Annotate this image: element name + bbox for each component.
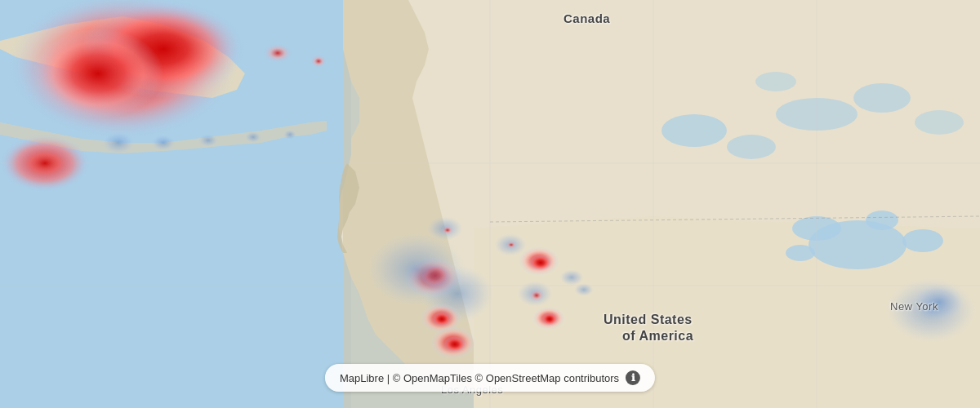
svg-point-27 bbox=[245, 131, 261, 143]
svg-point-28 bbox=[283, 130, 296, 140]
svg-point-48 bbox=[541, 313, 558, 326]
attribution-text: MapLibre | © OpenMapTiles © OpenStreetMa… bbox=[340, 372, 619, 384]
svg-point-44 bbox=[529, 255, 552, 271]
svg-point-42 bbox=[506, 241, 517, 249]
svg-point-11 bbox=[755, 72, 796, 91]
svg-point-32 bbox=[441, 225, 454, 235]
svg-point-30 bbox=[310, 55, 327, 68]
svg-point-29 bbox=[263, 43, 292, 63]
svg-point-26 bbox=[198, 134, 218, 147]
svg-point-49 bbox=[559, 269, 584, 286]
svg-point-40 bbox=[443, 336, 466, 353]
attribution-bar: MapLibre | © OpenMapTiles © OpenStreetMa… bbox=[325, 364, 655, 392]
svg-point-23 bbox=[16, 145, 74, 181]
svg-point-24 bbox=[102, 131, 135, 154]
svg-point-21 bbox=[33, 29, 163, 118]
map-svg bbox=[0, 0, 980, 408]
svg-point-50 bbox=[574, 283, 594, 296]
svg-point-25 bbox=[151, 135, 176, 151]
svg-point-6 bbox=[786, 245, 815, 261]
map-container[interactable]: Canada United States of America New York… bbox=[0, 0, 980, 408]
svg-point-7 bbox=[662, 114, 727, 147]
svg-point-8 bbox=[727, 135, 776, 159]
info-icon[interactable]: ℹ bbox=[626, 370, 640, 385]
svg-point-10 bbox=[853, 83, 911, 113]
svg-point-38 bbox=[432, 312, 452, 326]
svg-point-46 bbox=[528, 289, 545, 302]
svg-point-52 bbox=[915, 284, 964, 320]
svg-point-5 bbox=[902, 229, 943, 252]
svg-point-4 bbox=[866, 211, 898, 230]
svg-point-12 bbox=[915, 110, 964, 135]
